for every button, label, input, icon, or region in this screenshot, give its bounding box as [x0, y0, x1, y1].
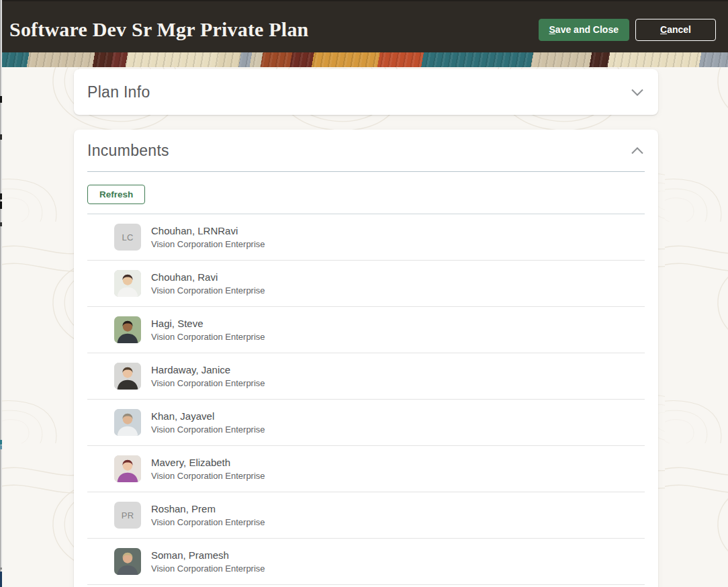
person-photo	[114, 409, 141, 436]
person-photo	[114, 548, 141, 575]
person-text: Mavery, Elizabeth Vision Corporation Ent…	[151, 455, 265, 482]
person-organization: Vision Corporation Enterprise	[151, 330, 265, 343]
plan-info-section: Plan Info	[74, 69, 658, 115]
person-organization: Vision Corporation Enterprise	[151, 423, 265, 436]
person-photo	[114, 363, 141, 390]
edge-mark	[0, 193, 2, 199]
person-text: Hardaway, Janice Vision Corporation Ente…	[151, 363, 265, 390]
person-organization: Vision Corporation Enterprise	[151, 238, 265, 251]
person-text: Soman, Pramesh Vision Corporation Enterp…	[151, 548, 265, 575]
person-name: Khan, Jayavel	[151, 409, 265, 423]
person-avatar	[114, 409, 141, 436]
person-photo	[114, 455, 141, 482]
incumbent-row[interactable]: Soman, Pramesh Vision Corporation Enterp…	[87, 539, 645, 585]
person-text: Hagi, Steve Vision Corporation Enterpris…	[151, 316, 265, 343]
incumbent-row[interactable]: PR Roshan, Prem Vision Corporation Enter…	[87, 492, 645, 539]
person-name: Mavery, Elizabeth	[151, 455, 265, 469]
incumbent-row[interactable]: Hardaway, Janice Vision Corporation Ente…	[87, 353, 645, 400]
person-organization: Vision Corporation Enterprise	[151, 469, 265, 482]
person-avatar: PR	[114, 502, 141, 529]
theme-banner	[0, 52, 728, 67]
incumbent-row[interactable]: Mavery, Elizabeth Vision Corporation Ent…	[87, 446, 645, 492]
person-organization: Vision Corporation Enterprise	[151, 284, 265, 297]
main-content: Plan Info Incumbents Refresh LC Chouhan,…	[0, 69, 728, 587]
incumbent-row[interactable]: LC Chouhan, LRNRavi Vision Corporation E…	[87, 214, 645, 261]
edge-mark	[0, 568, 2, 570]
person-name: Soman, Pramesh	[151, 548, 265, 562]
person-organization: Vision Corporation Enterprise	[151, 562, 265, 575]
cancel-button[interactable]: Cancel	[635, 19, 716, 41]
person-text: Roshan, Prem Vision Corporation Enterpri…	[151, 502, 265, 529]
incumbents-toolbar: Refresh	[74, 172, 658, 214]
edge-mark	[0, 445, 2, 449]
incumbent-row[interactable]: Chouhan, Ravi Vision Corporation Enterpr…	[87, 261, 645, 307]
person-text: Khan, Jayavel Vision Corporation Enterpr…	[151, 409, 265, 436]
page-title: Software Dev Sr Mgr Private Plan	[9, 18, 308, 41]
edge-mark	[0, 440, 2, 445]
edge-mark	[0, 222, 2, 226]
person-name: Chouhan, Ravi	[151, 270, 265, 284]
person-name: Roshan, Prem	[151, 502, 265, 516]
edge-mark	[0, 96, 2, 103]
chevron-down-icon[interactable]	[630, 86, 645, 99]
person-avatar	[114, 270, 141, 297]
person-photo	[114, 270, 141, 297]
person-organization: Vision Corporation Enterprise	[151, 516, 265, 529]
window-left-edge	[0, 0, 2, 587]
person-name: Hardaway, Janice	[151, 363, 265, 377]
incumbent-row[interactable]: Khan, Jayavel Vision Corporation Enterpr…	[87, 400, 645, 446]
save-and-close-button[interactable]: Save and Close	[539, 19, 630, 41]
person-avatar	[114, 316, 141, 343]
person-avatar	[114, 363, 141, 390]
plan-info-header[interactable]: Plan Info	[74, 69, 658, 115]
person-name: Hagi, Steve	[151, 316, 265, 330]
chevron-up-icon[interactable]	[630, 144, 645, 157]
person-avatar	[114, 455, 141, 482]
incumbent-row[interactable]: Hagi, Steve Vision Corporation Enterpris…	[87, 307, 645, 353]
incumbents-title: Incumbents	[87, 142, 169, 160]
person-avatar	[114, 548, 141, 575]
person-text: Chouhan, LRNRavi Vision Corporation Ente…	[151, 224, 265, 251]
cancel-label: Cancel	[660, 19, 691, 40]
edge-mark	[0, 134, 2, 140]
refresh-button[interactable]: Refresh	[87, 185, 145, 204]
incumbents-header[interactable]: Incumbents	[74, 130, 658, 171]
incumbents-list: LC Chouhan, LRNRavi Vision Corporation E…	[87, 214, 645, 585]
person-name: Chouhan, LRNRavi	[151, 224, 265, 238]
person-avatar: LC	[114, 224, 141, 251]
edge-mark	[0, 201, 2, 209]
edge-mark	[0, 572, 2, 587]
incumbents-section: Incumbents Refresh LC Chouhan, LRNRavi V…	[74, 130, 658, 587]
person-organization: Vision Corporation Enterprise	[151, 377, 265, 390]
save-and-close-label: Save and Close	[549, 19, 619, 40]
header-actions: Save and Close Cancel	[539, 19, 717, 41]
person-text: Chouhan, Ravi Vision Corporation Enterpr…	[151, 270, 265, 297]
plan-info-title: Plan Info	[87, 83, 150, 101]
page-header: Software Dev Sr Mgr Private Plan Save an…	[0, 0, 728, 52]
person-photo	[114, 316, 141, 343]
